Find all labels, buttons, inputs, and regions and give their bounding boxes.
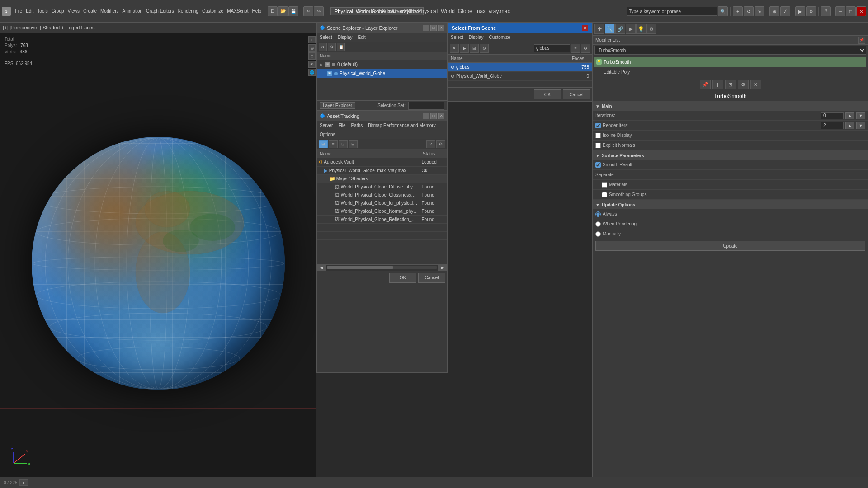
- asset-menu-bitmap[interactable]: Bitmap Performance and Memory: [367, 123, 437, 128]
- when-rendering-radio[interactable]: [595, 221, 601, 227]
- create-panel-btn[interactable]: ✚: [594, 24, 604, 34]
- move-btn[interactable]: +: [733, 6, 743, 16]
- modifier-list-pin-btn[interactable]: 📌: [858, 37, 865, 44]
- scene-tb-btn-3[interactable]: ⊞: [470, 44, 479, 53]
- viewport-icon-1[interactable]: +: [308, 36, 316, 43]
- materials-checkbox[interactable]: [602, 182, 607, 188]
- manually-radio[interactable]: [595, 231, 601, 237]
- menu-modifiers[interactable]: Modifiers: [99, 9, 120, 14]
- editable-poly-modifier-item[interactable]: Editable Poly: [594, 67, 866, 77]
- asset-menu-server[interactable]: Server: [319, 123, 334, 128]
- asset-row-ior[interactable]: 🖼 World_Physical_Globe_ior_physical.png …: [317, 199, 447, 207]
- smoothing-groups-checkbox[interactable]: [602, 192, 607, 197]
- select-scene-close-btn[interactable]: ✕: [582, 25, 588, 31]
- main-section-header[interactable]: ▼ Main: [593, 102, 868, 111]
- mod-nav-btn-5[interactable]: ✕: [750, 80, 761, 89]
- isoline-checkbox[interactable]: [595, 133, 601, 138]
- asset-scrollbar[interactable]: ◀ ▶: [317, 264, 447, 271]
- undo-btn[interactable]: ↩: [303, 6, 313, 16]
- select-scene-ok-btn[interactable]: OK: [534, 89, 561, 99]
- status-bar-expand-btn[interactable]: ▶: [19, 479, 28, 486]
- scene-tb-col-filter[interactable]: ≡: [571, 44, 580, 53]
- asset-toolbar-btn-4[interactable]: ⊟: [349, 140, 358, 148]
- viewport-icon-5[interactable]: 🌐: [308, 69, 316, 76]
- new-scene-btn[interactable]: 🗋: [268, 6, 278, 16]
- menu-graph-editors[interactable]: Graph Editors: [145, 9, 175, 14]
- asset-tracking-close-btn[interactable]: ✕: [438, 113, 444, 119]
- layer-toolbar-btn-2[interactable]: ⚙: [328, 43, 336, 51]
- asset-tracking-minimize-btn[interactable]: ─: [423, 113, 429, 119]
- mod-nav-btn-1[interactable]: 📌: [700, 80, 711, 89]
- utilities-panel-btn[interactable]: ⚙: [646, 24, 656, 34]
- render-iters-spin-down[interactable]: ▼: [856, 122, 865, 129]
- menu-maxscript[interactable]: MAXScript: [226, 9, 250, 14]
- menu-customize[interactable]: Customize: [201, 9, 225, 14]
- scrollbar-right-btn[interactable]: ▶: [438, 264, 447, 271]
- scene-tb-btn-1[interactable]: ✕: [450, 44, 459, 53]
- close-app-btn[interactable]: ✕: [856, 6, 866, 16]
- scene-tb-btn-4[interactable]: ⚙: [480, 44, 489, 53]
- turbosmooth-modifier-item[interactable]: 💡 TurboSmooth: [594, 57, 866, 67]
- select-scene-tab-customize[interactable]: Customize: [488, 35, 511, 40]
- menu-create[interactable]: Create: [82, 9, 98, 14]
- menu-file[interactable]: File: [14, 9, 24, 14]
- scale-btn[interactable]: ⇲: [755, 6, 764, 16]
- layer-explorer-footer-btn[interactable]: Layer Explorer: [320, 102, 355, 109]
- layer-row-default[interactable]: ▶ 👁 0 (default): [317, 60, 447, 69]
- modifier-list-dropdown[interactable]: TurboSmooth: [594, 46, 866, 55]
- render-settings-btn[interactable]: ⚙: [806, 6, 816, 16]
- asset-toolbar-settings-btn[interactable]: ⚙: [436, 140, 445, 148]
- layer-explorer-restore-btn[interactable]: □: [430, 25, 437, 31]
- asset-toolbar-help-btn[interactable]: ?: [426, 140, 435, 148]
- search-input[interactable]: [627, 7, 717, 16]
- select-scene-tab-display[interactable]: Display: [468, 35, 485, 40]
- menu-help[interactable]: Help: [250, 9, 263, 14]
- iterations-spin-down[interactable]: ▼: [856, 112, 865, 119]
- surface-params-header[interactable]: ▼ Surface Parameters: [593, 151, 868, 160]
- asset-toolbar-btn-3[interactable]: ⊡: [339, 140, 348, 148]
- minimize-app-btn[interactable]: ─: [835, 6, 845, 16]
- selection-set-input[interactable]: [408, 102, 444, 110]
- scrollbar-left-btn[interactable]: ◀: [317, 264, 326, 271]
- mod-nav-btn-3[interactable]: ⊡: [725, 80, 736, 89]
- viewport-icon-3[interactable]: ⊞: [308, 52, 316, 60]
- scene-row-globus[interactable]: ⊙ globus 758: [448, 63, 592, 72]
- viewport-icon-2[interactable]: ◎: [308, 44, 316, 52]
- layer-explorer-menu-select[interactable]: Select: [319, 35, 333, 40]
- asset-cancel-btn[interactable]: Cancel: [418, 273, 445, 283]
- asset-toolbar-btn-2[interactable]: ≡: [329, 140, 338, 148]
- asset-tracking-restore-btn[interactable]: □: [430, 113, 437, 119]
- angle-snap-btn[interactable]: ∠: [780, 6, 790, 16]
- asset-menu-paths[interactable]: Paths: [350, 123, 364, 128]
- menu-animation[interactable]: Animation: [121, 9, 144, 14]
- render-iters-checkbox[interactable]: [595, 123, 601, 128]
- mod-nav-btn-2[interactable]: |: [712, 80, 723, 89]
- render-btn[interactable]: ▶: [795, 6, 805, 16]
- select-scene-cancel-btn[interactable]: Cancel: [563, 89, 590, 99]
- viewport-icon-4[interactable]: 👁: [308, 61, 316, 68]
- asset-menu-options[interactable]: Options: [319, 132, 336, 137]
- menu-rendering[interactable]: Rendering: [176, 9, 200, 14]
- select-scene-tab-select[interactable]: Select: [450, 35, 464, 40]
- menu-group[interactable]: Group: [50, 9, 66, 14]
- select-scene-search[interactable]: [534, 44, 570, 52]
- restore-app-btn[interactable]: □: [846, 6, 856, 16]
- display-panel-btn[interactable]: 💡: [636, 24, 646, 34]
- search-icon-btn[interactable]: 🔍: [718, 6, 728, 16]
- layer-toolbar-btn-1[interactable]: ✕: [319, 43, 327, 51]
- asset-row-vault[interactable]: ⚙ Autodesk Vault Logged: [317, 158, 447, 166]
- save-btn[interactable]: 💾: [288, 6, 298, 16]
- asset-row-reflection[interactable]: 🖼 World_Physical_Globe_Reflection_physic…: [317, 215, 447, 223]
- layer-toolbar-btn-3[interactable]: 📋: [337, 43, 345, 51]
- snap-btn[interactable]: ⊕: [769, 6, 779, 16]
- asset-toolbar-btn-1[interactable]: ⊞: [319, 140, 328, 148]
- layer-explorer-menu-edit[interactable]: Edit: [357, 35, 367, 40]
- modify-panel-btn[interactable]: 🔧: [605, 24, 615, 34]
- render-iters-input[interactable]: [821, 122, 844, 129]
- asset-row-diffuse[interactable]: 🖼 World_Physical_Globe_Diffuse_physical.…: [317, 183, 447, 191]
- layer-explorer-close-btn[interactable]: ✕: [438, 25, 444, 31]
- redo-btn[interactable]: ↪: [314, 6, 324, 16]
- explicit-normals-checkbox[interactable]: [595, 143, 601, 148]
- open-btn[interactable]: 📂: [278, 6, 288, 16]
- help-btn[interactable]: ?: [821, 6, 831, 16]
